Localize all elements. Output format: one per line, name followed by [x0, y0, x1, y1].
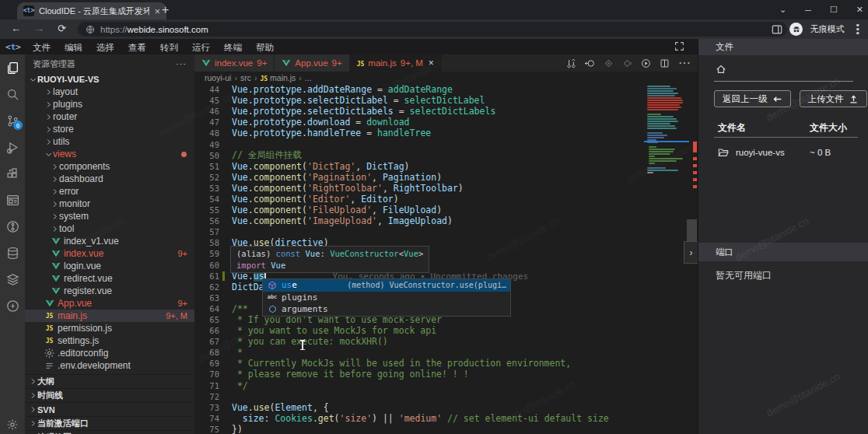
- tree-item-main.js[interactable]: JSmain.js9+, M: [25, 310, 194, 322]
- next-change-icon[interactable]: [622, 58, 632, 68]
- menu-编辑[interactable]: 编辑: [58, 43, 89, 52]
- activity-extensions-icon[interactable]: [0, 160, 25, 187]
- new-tab-button[interactable]: +: [162, 3, 169, 17]
- activity-files-icon[interactable]: [0, 54, 25, 81]
- menu-文件[interactable]: 文件: [26, 43, 58, 52]
- chevron-right-icon: [50, 187, 59, 196]
- code-line-55: 55Vue.component('FileUpload', FileUpload…: [194, 205, 698, 215]
- tree-item-views[interactable]: views: [25, 148, 194, 160]
- window-close-button[interactable]: ✕: [856, 5, 863, 15]
- browser-tab[interactable]: <t> CloudIDE - 云原生集成开发环境 ×: [17, 2, 166, 19]
- menu-转到[interactable]: 转到: [153, 43, 185, 52]
- settings-gear-icon[interactable]: [0, 418, 25, 431]
- tree-item-components[interactable]: components: [25, 160, 194, 173]
- fullscreen-icon[interactable]: [674, 41, 684, 51]
- tab-badge: 9+, M: [401, 58, 423, 68]
- panel-expand-button[interactable]: ›: [684, 241, 698, 264]
- tree-item-layout[interactable]: layout: [25, 86, 194, 98]
- line-number: 55: [194, 205, 219, 215]
- section-大纲[interactable]: 大纲: [25, 374, 194, 388]
- address-bar[interactable]: https://webide.sinosoft.com: [78, 22, 787, 37]
- suggest-item-arguments[interactable]: arguments: [263, 303, 510, 316]
- more-actions-icon[interactable]: ···: [678, 56, 691, 70]
- file-table-header: 文件名 文件大小: [718, 121, 858, 135]
- breadcrumb-main.js[interactable]: JSmain.js: [260, 73, 296, 82]
- line-number: 72: [194, 392, 219, 401]
- tree-item-register.vue[interactable]: register.vue: [25, 285, 194, 297]
- section-时间线[interactable]: 时间线: [25, 388, 194, 402]
- left-arrow-icon: [772, 94, 782, 104]
- tree-item-dashboard[interactable]: dashboard: [25, 173, 194, 185]
- browser-reload-button[interactable]: ⟳: [58, 23, 66, 34]
- run-code-icon[interactable]: [641, 58, 651, 68]
- tree-item-tool[interactable]: tool: [25, 222, 194, 235]
- tree-item-plugins[interactable]: plugins: [25, 98, 194, 110]
- line-number: 54: [194, 194, 219, 204]
- breadcrumb-ruoyi-ui[interactable]: ruoyi-ui: [205, 73, 231, 82]
- tree-item-error[interactable]: error: [25, 185, 194, 198]
- prev-change-icon[interactable]: [604, 58, 614, 68]
- editor-tab-main.js[interactable]: JSmain.js9+, M×: [350, 54, 442, 72]
- activity-run-debug-icon[interactable]: [0, 134, 25, 160]
- activity-preview-window-icon[interactable]: [0, 187, 25, 213]
- tab-close-icon[interactable]: ×: [154, 6, 160, 16]
- vue-icon: [50, 261, 61, 271]
- site-info-globe-icon[interactable]: [86, 25, 95, 34]
- open-changes-icon[interactable]: [566, 58, 576, 68]
- section-编码协同[interactable]: 编码协同: [25, 430, 194, 434]
- window-menu-chevron-icon[interactable]: ⌄: [779, 5, 786, 15]
- file-row[interactable]: ruoyi-vue-vs ~ 0 B: [718, 145, 858, 160]
- tree-item-.editorconfig[interactable]: .editorconfig: [25, 347, 194, 359]
- tree-item-utils[interactable]: utils: [25, 135, 194, 148]
- tab-close-icon[interactable]: ×: [429, 58, 434, 68]
- tree-item-index.vue[interactable]: index.vue9+: [25, 247, 194, 260]
- breadcrumb-src[interactable]: src: [240, 73, 251, 82]
- tree-item-login.vue[interactable]: login.vue: [25, 260, 194, 272]
- browser-back-button[interactable]: ←: [11, 23, 21, 34]
- tree-item-index_v1.vue[interactable]: index_v1.vue: [25, 235, 194, 247]
- activity-database-icon[interactable]: [0, 240, 25, 266]
- tree-root[interactable]: RUOYI-VUE-VS: [25, 73, 194, 86]
- explorer-more-icon[interactable]: ···: [176, 59, 187, 68]
- menu-查看[interactable]: 查看: [121, 43, 153, 52]
- navigate-back-icon[interactable]: [585, 58, 595, 68]
- editor-tab-index.vue[interactable]: index.vue9+: [194, 54, 275, 72]
- breadcrumb[interactable]: ruoyi-ui›src›JSmain.js›...: [194, 72, 698, 84]
- browser-menu-icon[interactable]: •••: [852, 23, 863, 36]
- tree-item-.env.development[interactable]: .env.development: [25, 359, 194, 372]
- editor-tab-App.vue[interactable]: App.vue9+: [275, 54, 349, 72]
- tree-item-settings.js[interactable]: JSsettings.js: [25, 334, 194, 347]
- menu-帮助[interactable]: 帮助: [249, 43, 281, 52]
- section-当前激活端口[interactable]: 当前激活端口: [25, 416, 194, 430]
- upload-file-button[interactable]: 上传文件: [800, 90, 867, 107]
- browser-forward-button[interactable]: →: [34, 23, 44, 34]
- activity-power-icon[interactable]: [0, 292, 25, 319]
- activity-source-control-icon[interactable]: 6: [0, 107, 25, 134]
- suggest-item-use[interactable]: use(method) VueConstructor.use(plugi…: [263, 279, 510, 292]
- back-up-level-button[interactable]: 返回上一级: [714, 90, 791, 107]
- menu-选择[interactable]: 选择: [89, 43, 121, 52]
- tree-item-redirect.vue[interactable]: redirect.vue: [25, 272, 194, 285]
- activity-layers-icon[interactable]: [0, 266, 25, 292]
- menu-终端[interactable]: 终端: [217, 43, 249, 52]
- section-SVN[interactable]: SVN: [25, 402, 194, 416]
- line-number: 70: [194, 369, 219, 379]
- suggest-item-plugins[interactable]: abcplugins: [263, 292, 510, 304]
- menu-运行[interactable]: 运行: [185, 43, 217, 52]
- tree-item-store[interactable]: store: [25, 123, 194, 135]
- tree-item-system[interactable]: system: [25, 210, 194, 222]
- breadcrumb-...[interactable]: ...: [305, 73, 312, 82]
- window-maximize-button[interactable]: ☐: [830, 5, 838, 15]
- side-panel-icon[interactable]: [772, 24, 782, 35]
- home-icon[interactable]: [716, 64, 726, 75]
- activity-git-graph-icon[interactable]: [0, 213, 25, 240]
- tree-item-permission.js[interactable]: JSpermission.js: [25, 322, 194, 334]
- window-minimize-button[interactable]: ─: [805, 5, 811, 15]
- tree-item-monitor[interactable]: monitor: [25, 198, 194, 210]
- split-editor-icon[interactable]: [660, 58, 670, 68]
- tree-item-router[interactable]: router: [25, 110, 194, 123]
- activity-search-icon[interactable]: [0, 81, 25, 107]
- minimap[interactable]: [647, 86, 684, 174]
- js-icon: JS: [357, 58, 365, 68]
- tree-item-App.vue[interactable]: App.vue9+: [25, 297, 194, 310]
